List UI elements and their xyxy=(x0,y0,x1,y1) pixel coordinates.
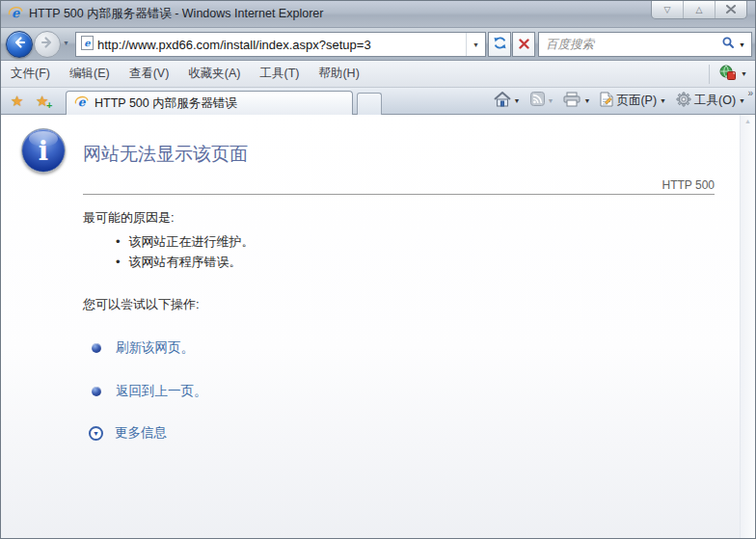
go-back-link[interactable]: 返回到上一页。 xyxy=(116,383,207,400)
new-tab-button[interactable] xyxy=(357,93,382,115)
forward-button[interactable] xyxy=(34,31,61,58)
page-icon xyxy=(600,92,613,111)
tab-ie-icon: e xyxy=(74,94,89,113)
more-info-row: ▼ 更多信息 xyxy=(83,424,715,442)
window-controls: ▽ △ xyxy=(651,1,747,19)
vertical-scrollbar[interactable]: ▲ xyxy=(740,115,755,539)
menu-view[interactable]: 查看(V) xyxy=(120,61,179,87)
printer-icon xyxy=(563,92,580,111)
list-item: •该网站正在进行维护。 xyxy=(116,231,715,252)
list-item: 刷新该网页。 xyxy=(83,339,715,357)
tools-button-label: 工具(O) xyxy=(694,93,736,109)
bullet-icon: • xyxy=(116,234,121,249)
divider xyxy=(83,194,715,195)
more-info-link[interactable]: 更多信息 xyxy=(115,424,167,442)
gear-icon xyxy=(676,92,691,111)
scroll-up-icon[interactable]: ▲ xyxy=(741,115,755,128)
minimize-button[interactable]: ▽ xyxy=(652,1,684,18)
search-box[interactable]: 百度搜索 ▼ xyxy=(538,32,752,57)
url-text[interactable]: http://www.pxd66.com/install/index.aspx?… xyxy=(94,38,466,52)
globe-pdf-dropdown-icon[interactable]: ▼ xyxy=(741,70,747,77)
page-button-label: 页面(P) xyxy=(616,93,657,109)
menu-bar-right: ▼ xyxy=(709,65,755,84)
home-button[interactable]: ▼ xyxy=(494,92,521,111)
back-arrow-icon xyxy=(13,36,26,53)
bullet-icon: • xyxy=(116,255,121,269)
page-ie-icon: e xyxy=(81,36,94,54)
tab-title: HTTP 500 内部服务器错误 xyxy=(94,95,237,112)
menu-file[interactable]: 文件(F) xyxy=(1,61,60,87)
error-heading: 网站无法显示该页面 xyxy=(83,142,715,167)
list-item: 返回到上一页。 xyxy=(83,383,715,400)
print-dropdown-icon[interactable]: ▼ xyxy=(583,97,590,104)
tools-dropdown-icon[interactable]: ▼ xyxy=(739,97,745,104)
search-placeholder[interactable]: 百度搜索 xyxy=(539,37,721,53)
search-icon[interactable] xyxy=(721,36,735,53)
blue-bullet-icon xyxy=(92,387,101,396)
menu-tools[interactable]: 工具(T) xyxy=(250,61,309,87)
home-icon xyxy=(494,92,511,111)
rss-icon xyxy=(530,92,545,110)
cause-text: 该网站正在进行维护。 xyxy=(129,234,255,249)
tools-button[interactable]: 工具(O) ▼ xyxy=(676,92,745,111)
info-letter: i xyxy=(39,136,48,166)
feeds-button[interactable]: ▼ xyxy=(530,92,554,110)
refresh-icon xyxy=(493,36,507,54)
title-bar[interactable]: e HTTP 500 内部服务器错误 - Windows Internet Ex… xyxy=(1,1,755,28)
close-icon xyxy=(726,5,736,15)
tab-bar: ★ ★+ e HTTP 500 内部服务器错误 ▼ xyxy=(1,88,755,115)
command-bar: ▼ ▼ ▼ 页面(P) ▼ xyxy=(484,88,745,114)
navigation-bar: ▼ e http://www.pxd66.com/install/index.a… xyxy=(1,28,755,61)
http-status-code: HTTP 500 xyxy=(83,178,715,192)
expand-circle-icon[interactable]: ▼ xyxy=(89,426,103,441)
refresh-button[interactable] xyxy=(488,32,511,57)
ie-logo-icon: e xyxy=(8,5,23,24)
search-dropdown-icon[interactable]: ▼ xyxy=(739,41,745,48)
add-favorite-button[interactable]: ★+ xyxy=(36,93,48,110)
home-dropdown-icon[interactable]: ▼ xyxy=(514,97,521,104)
actions-title: 您可以尝试以下操作: xyxy=(83,296,715,313)
list-item: •该网站有程序错误。 xyxy=(116,252,715,272)
history-dropdown-icon[interactable]: ▼ xyxy=(63,40,69,46)
window-title: HTTP 500 内部服务器错误 - Windows Internet Expl… xyxy=(29,6,323,22)
blue-bullet-icon xyxy=(92,343,101,353)
back-button[interactable] xyxy=(6,31,33,58)
plus-icon: + xyxy=(46,99,52,111)
globe-pdf-icon[interactable] xyxy=(718,65,736,84)
forward-arrow-icon xyxy=(40,36,54,53)
print-button[interactable]: ▼ xyxy=(563,92,590,111)
favorites-button[interactable]: ★ xyxy=(11,93,23,110)
causes-title: 最可能的原因是: xyxy=(83,209,715,227)
page-button[interactable]: 页面(P) ▼ xyxy=(600,92,666,111)
error-page-body: 网站无法显示该页面 HTTP 500 最可能的原因是: •该网站正在进行维护。 … xyxy=(83,115,715,442)
stop-button[interactable] xyxy=(512,32,535,57)
menu-help[interactable]: 帮助(H) xyxy=(309,61,368,87)
info-icon: i xyxy=(21,128,66,173)
address-dropdown-icon[interactable]: ▼ xyxy=(466,33,485,56)
toolbar-overflow-chevron-icon[interactable]: » xyxy=(747,88,753,98)
refresh-page-link[interactable]: 刷新该网页。 xyxy=(116,339,194,357)
menu-edit[interactable]: 编辑(E) xyxy=(60,61,120,87)
address-bar[interactable]: e http://www.pxd66.com/install/index.asp… xyxy=(75,32,486,57)
feeds-dropdown-icon: ▼ xyxy=(548,97,554,104)
menu-bar: 文件(F) 编辑(E) 查看(V) 收藏夹(A) 工具(T) 帮助(H) ▼ xyxy=(1,61,755,88)
maximize-button[interactable]: △ xyxy=(684,1,716,18)
tab-active[interactable]: e HTTP 500 内部服务器错误 xyxy=(66,91,353,115)
page-dropdown-icon[interactable]: ▼ xyxy=(660,97,666,104)
page-content: i 网站无法显示该页面 HTTP 500 最可能的原因是: •该网站正在进行维护… xyxy=(1,115,755,539)
close-button[interactable] xyxy=(716,1,746,18)
stop-x-icon xyxy=(519,36,529,53)
separator xyxy=(709,65,710,84)
menu-favorites[interactable]: 收藏夹(A) xyxy=(178,61,250,87)
chevron-down-icon: ▼ xyxy=(93,430,99,437)
svg-text:e: e xyxy=(84,38,91,48)
browser-window: e HTTP 500 内部服务器错误 - Windows Internet Ex… xyxy=(0,0,756,539)
cause-text: 该网站有程序错误。 xyxy=(129,255,242,269)
